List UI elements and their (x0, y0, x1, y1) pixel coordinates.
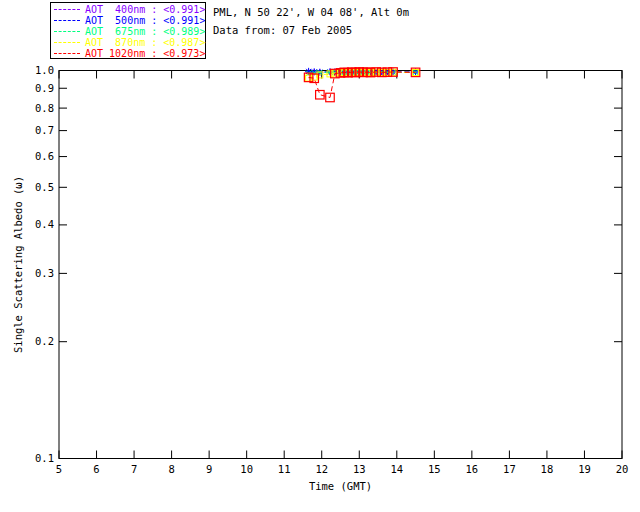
y-tick-label: 0.7 (35, 124, 54, 136)
y-tick-label: 1.0 (35, 64, 54, 76)
x-tick-label: 8 (168, 463, 174, 475)
ssa-plot-window: { "header": { "location_line": "PML, N 5… (0, 0, 640, 512)
x-tick-label: 6 (93, 463, 99, 475)
x-tick-label: 9 (206, 463, 212, 475)
y-tick-label: 0.3 (35, 267, 54, 279)
x-tick-label: 16 (466, 463, 479, 475)
y-tick-label: 0.5 (35, 181, 54, 193)
x-tick-label: 13 (353, 463, 366, 475)
y-tick-label: 0.8 (35, 102, 54, 114)
x-tick-label: 15 (428, 463, 441, 475)
y-tick-label: 0.2 (35, 335, 54, 347)
ssa-chart: 5678910111213141516171819201.00.90.80.70… (0, 0, 640, 512)
x-tick-label: 10 (240, 463, 253, 475)
y-tick-label: 0.6 (35, 150, 54, 162)
x-axis-title: Time (GMT) (309, 480, 372, 492)
plot-frame (59, 71, 622, 459)
x-tick-label: 17 (503, 463, 516, 475)
x-tick-label: 11 (278, 463, 291, 475)
data-point-marker (316, 90, 325, 99)
y-tick-label: 0.1 (35, 452, 54, 464)
y-tick-label: 0.9 (35, 82, 54, 94)
x-tick-label: 18 (541, 463, 554, 475)
x-tick-label: 12 (315, 463, 328, 475)
x-tick-label: 5 (56, 463, 62, 475)
x-tick-label: 19 (578, 463, 591, 475)
x-tick-label: 20 (616, 463, 629, 475)
y-axis-title: Single Scattering Albedo (ω) (12, 176, 24, 353)
x-tick-label: 14 (390, 463, 403, 475)
y-tick-label: 0.4 (35, 218, 54, 230)
x-tick-label: 7 (131, 463, 137, 475)
